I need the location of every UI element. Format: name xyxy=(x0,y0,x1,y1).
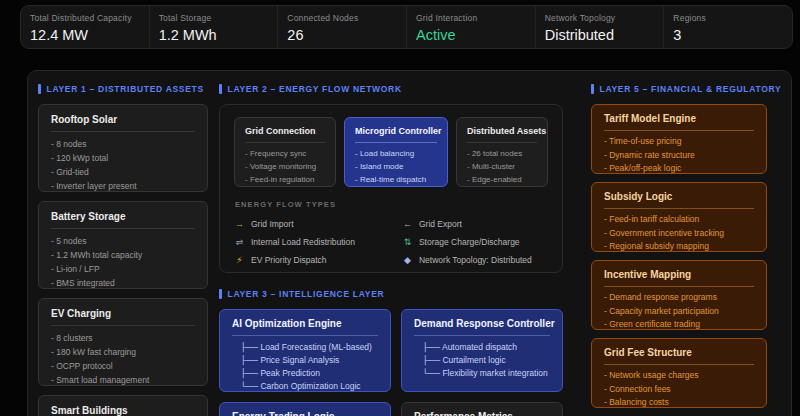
card-ev-charging: EV Charging - 8 clusters - 180 kW fast c… xyxy=(38,298,208,386)
card-smart-buildings: Smart Buildings - 4 buildings xyxy=(38,395,208,416)
status-badge: Active xyxy=(416,27,535,43)
card-item-list: - 5 nodes - 1.2 MWh total capacity - Li-… xyxy=(51,234,195,289)
metrics-topbar: Total Distributed Capacity 12.4 MW Total… xyxy=(20,5,793,49)
layer1-column: LAYER 1 – DISTRIBUTED ASSETS Rooftop Sol… xyxy=(38,84,208,416)
metric-network-topology: Network Topology Distributed xyxy=(535,6,664,48)
grid-export-arrow-icon: ← xyxy=(402,219,413,230)
card-title: Grid Connection xyxy=(245,126,325,143)
card-title: AI Optimization Engine xyxy=(232,318,378,336)
card-item-list: ├── Automated dispatch ├── Curtailment l… xyxy=(414,341,550,380)
card-subsidy-logic: Subsidy Logic - Feed-in tariff calculati… xyxy=(591,182,767,252)
card-item-list: - 26 total nodes - Multi-cluster - Edge-… xyxy=(467,147,537,186)
energy-flow-types-grid: → Grid Import ⇌ Internal Load Redistribu… xyxy=(234,219,548,266)
card-title: Rooftop Solar xyxy=(51,114,195,132)
metric-value: 3 xyxy=(673,27,792,43)
card-distributed-assets: Distributed Assets - 26 total nodes - Mu… xyxy=(456,117,548,187)
card-item: - Peak/off-peak logic xyxy=(604,162,754,174)
card-item: - Time-of-use pricing xyxy=(604,135,754,149)
flow-item-network-topology: ◆ Network Topology: Distributed xyxy=(402,255,548,266)
main-panel: LAYER 1 – DISTRIBUTED ASSETS Rooftop Sol… xyxy=(27,70,792,416)
card-item-list: - Network usage charges - Connection fee… xyxy=(604,369,754,408)
metric-regions: Regions 3 xyxy=(663,6,792,48)
card-title: Microgrid Controller xyxy=(355,126,437,143)
card-item: └── Flexibility market integration xyxy=(422,367,550,380)
card-item: - Balancing costs xyxy=(604,396,754,408)
network-topology-diamond-icon: ◆ xyxy=(402,255,413,266)
card-item: - Smart load management xyxy=(51,373,195,386)
card-item: - OCPP protocol xyxy=(51,359,195,373)
card-item: - Capacity market participation xyxy=(604,305,754,319)
card-item-list: - Frequency sync - Voltage monitoring - … xyxy=(245,147,325,186)
layer1-title: LAYER 1 – DISTRIBUTED ASSETS xyxy=(47,84,204,94)
card-item: - Island mode xyxy=(355,160,437,173)
layer-accent-bar xyxy=(591,84,594,94)
metric-grid-interaction: Grid Interaction Active xyxy=(406,6,535,48)
metric-connected-nodes: Connected Nodes 26 xyxy=(277,6,406,48)
card-item-list: - 8 clusters - 180 kW fast charging - OC… xyxy=(51,331,195,386)
card-item: - Feed-in regulation xyxy=(245,173,325,186)
card-item: ├── Curtailment logic xyxy=(422,354,550,367)
card-item: - Grid-tied xyxy=(51,165,195,179)
flow-item-grid-export: ← Grid Export xyxy=(402,219,548,230)
layer-accent-bar xyxy=(38,84,41,94)
card-item: ├── Load Forecasting (ML-based) xyxy=(240,341,378,354)
layer5-header: LAYER 5 – FINANCIAL & REGULATORY xyxy=(591,84,767,94)
card-rooftop-solar: Rooftop Solar - 8 nodes - 120 kWp total … xyxy=(38,104,208,192)
card-title: EV Charging xyxy=(51,308,195,326)
card-item: - Li-ion / LFP xyxy=(51,262,195,276)
grid-import-arrow-icon: → xyxy=(234,219,245,230)
card-title: Tariff Model Engine xyxy=(604,113,754,131)
metric-label: Regions xyxy=(673,13,792,23)
flow-item-internal-load-redistribution: ⇌ Internal Load Redistribution xyxy=(234,237,402,248)
flow-item-grid-import: → Grid Import xyxy=(234,219,402,230)
layer2-column: LAYER 2 – ENERGY FLOW NETWORK Grid Conne… xyxy=(219,84,563,416)
card-item: - BMS integrated xyxy=(51,276,195,289)
energy-flow-types-label: ENERGY FLOW TYPES xyxy=(235,199,548,211)
layer2-title: LAYER 2 – ENERGY FLOW NETWORK xyxy=(228,84,402,94)
metric-value: 26 xyxy=(287,27,406,43)
card-microgrid-controller: Microgrid Controller - Load balancing - … xyxy=(344,117,448,187)
card-title: Distributed Assets xyxy=(467,126,537,143)
flow-item-label: EV Priority Dispatch xyxy=(251,255,327,266)
layer3-header: LAYER 3 – INTELLIGENCE LAYER xyxy=(219,289,563,299)
metric-value: Distributed xyxy=(545,27,664,43)
load-redistribution-icon: ⇌ xyxy=(234,237,245,248)
intelligence-card-grid: AI Optimization Engine ├── Load Forecast… xyxy=(219,309,563,416)
card-item: ├── Automated dispatch xyxy=(422,341,550,354)
card-item: - 8 nodes xyxy=(51,137,195,151)
card-energy-trading-logic: Energy Trading Logic xyxy=(219,402,391,416)
layer2-header: LAYER 2 – ENERGY FLOW NETWORK xyxy=(219,84,563,94)
metric-total-distributed-capacity: Total Distributed Capacity 12.4 MW xyxy=(21,6,149,48)
metric-value: 1.2 MWh xyxy=(159,27,278,43)
layer3-title: LAYER 3 – INTELLIGENCE LAYER xyxy=(228,289,385,299)
energy-flow-network-panel: Grid Connection - Frequency sync - Volta… xyxy=(219,104,563,273)
layer5-title: LAYER 5 – FINANCIAL & REGULATORY xyxy=(600,84,782,94)
metric-label: Connected Nodes xyxy=(287,13,406,23)
card-item: - Multi-cluster xyxy=(467,160,537,173)
layer5-column: LAYER 5 – FINANCIAL & REGULATORY Tariff … xyxy=(591,84,767,416)
card-title: Incentive Mapping xyxy=(604,269,754,287)
card-item: - 120 kWp total xyxy=(51,151,195,165)
card-item-list: - Feed-in tariff calculation - Governmen… xyxy=(604,213,754,252)
storage-charge-discharge-icon: ⇅ xyxy=(402,237,413,248)
card-demand-response-controller: Demand Response Controller ├── Automated… xyxy=(401,309,563,392)
card-item: - Connection fees xyxy=(604,383,754,397)
card-battery-storage: Battery Storage - 5 nodes - 1.2 MWh tota… xyxy=(38,201,208,289)
flow-item-storage-charge-discharge: ⇅ Storage Charge/Discharge xyxy=(402,237,548,248)
flow-item-label: Grid Import xyxy=(251,219,294,230)
card-item: - 180 kW fast charging xyxy=(51,345,195,359)
card-item: - 8 clusters xyxy=(51,331,195,345)
flow-node-row: Grid Connection - Frequency sync - Volta… xyxy=(234,117,548,187)
card-item: - 1.2 MWh total capacity xyxy=(51,248,195,262)
card-item: - Feed-in tariff calculation xyxy=(604,213,754,227)
flow-item-ev-priority-dispatch: ⚡ EV Priority Dispatch xyxy=(234,255,402,266)
card-title: Smart Buildings xyxy=(51,405,195,416)
card-item: - Dynamic rate structure xyxy=(604,149,754,163)
ev-priority-bolt-icon: ⚡ xyxy=(234,255,245,266)
card-item: - Demand response programs xyxy=(604,291,754,305)
card-ai-optimization-engine: AI Optimization Engine ├── Load Forecast… xyxy=(219,309,391,392)
flow-item-label: Grid Export xyxy=(419,219,462,230)
card-item: - Load balancing xyxy=(355,147,437,160)
card-performance-metrics: Performance Metrics xyxy=(401,402,563,416)
card-item: - Regional subsidy mapping xyxy=(604,240,754,252)
